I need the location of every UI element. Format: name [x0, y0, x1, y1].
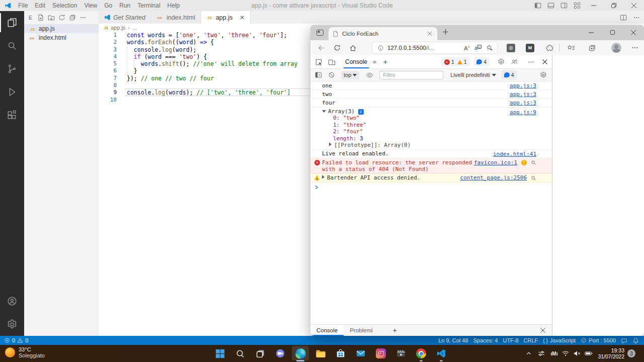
volume-muted-icon[interactable] — [574, 350, 581, 356]
add-devtools-tab-icon[interactable]: + — [383, 58, 387, 66]
browser-close-button[interactable] — [623, 25, 644, 40]
close-tab-icon[interactable]: ✕ — [239, 14, 245, 21]
tab-close-icon[interactable] — [427, 31, 433, 36]
window-close-button[interactable] — [624, 0, 644, 11]
back-icon[interactable] — [317, 44, 325, 52]
menu-edit[interactable]: Edit — [31, 0, 49, 11]
status-javascript[interactable]: { }JavaScript — [543, 337, 576, 343]
activity-explorer-icon[interactable] — [0, 11, 24, 34]
console-source-link[interactable]: app.js:9 — [510, 109, 536, 116]
favorites-icon[interactable] — [567, 44, 575, 52]
devtools-close-icon[interactable] — [542, 59, 548, 65]
console-source-link[interactable]: app.js:3 — [510, 91, 536, 98]
battery-icon[interactable] — [585, 350, 593, 356]
console-row-array[interactable]: Array(3) iapp.js:90: "two"1: "three"2: "… — [310, 108, 552, 150]
tray-clock[interactable]: 19:33 31/07/2022 — [598, 347, 624, 359]
device-toolbar-icon[interactable] — [328, 58, 336, 66]
console-source-link[interactable]: app.js:3 — [510, 82, 536, 89]
new-file-icon[interactable] — [35, 13, 46, 23]
refresh-explorer-icon[interactable] — [56, 13, 67, 23]
console-source-link[interactable]: content_page.js:2506 — [460, 174, 527, 181]
editor-tab-app.js[interactable]: JSapp.js✕ — [201, 11, 251, 24]
status-ln-9-col-48[interactable]: Ln 9, Col 48 — [438, 337, 468, 343]
drawer-tab-console[interactable]: Console — [310, 325, 344, 336]
browser-tab[interactable]: Ciclo ForEach — [329, 27, 437, 40]
collections-icon[interactable] — [588, 44, 596, 52]
menu-selection[interactable]: Selection — [49, 0, 80, 11]
drawer-add-tab-icon[interactable]: + — [393, 326, 397, 334]
manage-settings-icon[interactable] — [0, 313, 24, 336]
layout-panel-icon[interactable] — [544, 0, 557, 11]
taskbar-movies-icon[interactable] — [391, 345, 411, 362]
tray-settings-sliders-icon[interactable] — [538, 350, 545, 356]
notifications-bell-icon[interactable] — [632, 337, 639, 344]
status-port-5500[interactable]: Port : 5500 — [581, 337, 616, 343]
console-source-link[interactable]: app.js:3 — [510, 100, 536, 106]
window-minimize-button[interactable] — [584, 0, 604, 11]
address-bar[interactable]: 127.0.0.1:5500/i... A∧ aƲ — [372, 42, 497, 53]
status-spaces-4[interactable]: Spaces: 4 — [473, 337, 498, 343]
more-tabs-icon[interactable]: » — [373, 58, 376, 65]
status-utf-8[interactable]: UTF-8 — [503, 337, 518, 343]
taskbar-start-icon[interactable] — [210, 345, 230, 362]
collapse-folders-icon[interactable] — [67, 13, 77, 23]
status-problems[interactable]: 0 0 — [4, 337, 28, 343]
taskbar-chrome-icon[interactable] — [411, 345, 431, 362]
console-source-link[interactable]: favicon.ico:1 — [474, 159, 517, 166]
profile-avatar[interactable] — [611, 43, 621, 53]
explorer-more-actions-icon[interactable] — [77, 13, 88, 23]
tab-actions-menu-icon[interactable] — [316, 29, 324, 37]
add-favorite-icon[interactable] — [486, 44, 493, 51]
devtools-tab-console[interactable]: Console — [342, 55, 371, 68]
translate-icon[interactable]: aƲ — [474, 45, 481, 51]
immersive-reader-icon[interactable]: A∧ — [464, 45, 470, 51]
split-editor-icon[interactable] — [620, 14, 627, 21]
layout-secondary-sidebar-icon[interactable] — [557, 0, 571, 11]
account-icon[interactable] — [0, 290, 24, 313]
breadcrumb-file[interactable]: app.js — [111, 25, 125, 31]
eye-icon[interactable] — [366, 72, 373, 78]
taskbar-search-icon[interactable] — [230, 345, 250, 362]
site-info-icon[interactable] — [377, 45, 384, 51]
breadcrumb-more[interactable]: ... — [132, 25, 137, 31]
activity-run-debug-icon[interactable] — [0, 80, 24, 104]
taskbar-store-icon[interactable] — [331, 345, 351, 362]
taskbar-edge-icon[interactable] — [290, 345, 310, 362]
console-prompt[interactable] — [310, 183, 552, 186]
browser-maximize-button[interactable] — [602, 25, 623, 40]
file-item-index.html[interactable]: <>index.html — [24, 33, 99, 42]
wifi-icon[interactable] — [562, 350, 569, 356]
reload-icon[interactable] — [334, 44, 341, 51]
new-tab-button[interactable] — [442, 29, 449, 35]
editor-tab-get-started[interactable]: Get Started — [99, 11, 151, 24]
taskbar-chat-icon[interactable] — [270, 345, 290, 362]
console-sidebar-icon[interactable] — [315, 71, 322, 78]
log-levels-selector[interactable]: Livelli predefiniti — [450, 72, 496, 78]
file-item-app.js[interactable]: JSapp.js — [24, 24, 99, 33]
console-filter-input[interactable]: Filtro — [379, 71, 443, 79]
status-crlf[interactable]: CRLF — [524, 337, 538, 343]
editor-tab-index.html[interactable]: <>index.html — [151, 11, 201, 24]
context-selector[interactable]: top — [341, 71, 359, 79]
activity-extensions-icon[interactable] — [0, 104, 24, 127]
extensions-icon[interactable] — [546, 44, 553, 52]
taskbar-file-explorer-icon[interactable] — [310, 345, 331, 362]
drawer-close-icon[interactable] — [540, 327, 546, 333]
messages-badge[interactable]: 4 — [473, 57, 490, 66]
customize-layout-icon[interactable] — [571, 0, 584, 11]
feedback-icon[interactable] — [621, 337, 627, 344]
taskbar-task-view-icon[interactable] — [250, 345, 270, 362]
clear-console-icon[interactable] — [328, 71, 335, 78]
devtools-profiles-icon[interactable] — [511, 58, 518, 65]
menu-file[interactable]: File — [15, 0, 31, 11]
new-folder-icon[interactable] — [46, 13, 56, 23]
taskbar-instagram-icon[interactable] — [371, 345, 391, 362]
console-source-link[interactable]: index.html:41 — [493, 151, 536, 157]
weather-widget[interactable]: 33°C Soleggiato — [5, 346, 45, 358]
menu-go[interactable]: Go — [101, 0, 116, 11]
layout-sidebar-icon[interactable] — [531, 0, 544, 11]
extension-p-icon[interactable] — [507, 44, 515, 52]
issues-badges[interactable]: × 1 1 — [441, 57, 470, 66]
taskbar-mail-icon[interactable] — [351, 345, 371, 362]
devtools-settings-icon[interactable] — [498, 58, 505, 65]
